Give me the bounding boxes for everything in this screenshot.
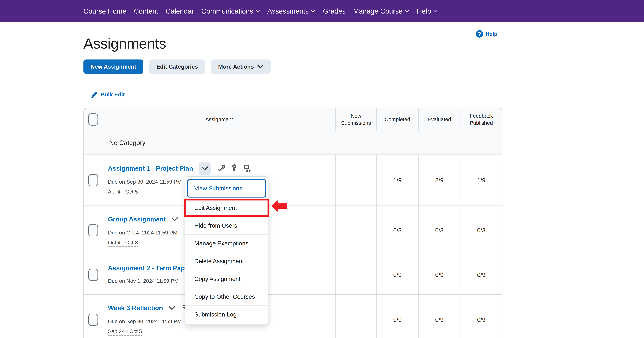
nav-help[interactable]: Help [417, 7, 438, 15]
menu-item-submission-log[interactable]: Submission Log [185, 306, 268, 323]
row-select-cell [84, 294, 103, 338]
nav-label: Assessments [268, 7, 309, 15]
col-header-feedback-published: Feedback Published [460, 108, 502, 130]
completed-value: 0/3 [376, 206, 418, 255]
edit-categories-button[interactable]: Edit Categories [149, 60, 205, 74]
assignment-link[interactable]: Group Assignment [108, 216, 166, 223]
assignments-page: Course Home Content Calendar Communicati… [0, 0, 644, 338]
nav-manage-course[interactable]: Manage Course [353, 7, 409, 15]
help-link[interactable]: ? Help [476, 30, 498, 38]
row-select-cell [84, 255, 103, 294]
row-checkbox[interactable] [88, 174, 98, 186]
nav-label: Manage Course [353, 7, 403, 15]
nav-course-home[interactable]: Course Home [84, 7, 126, 15]
button-label: More Actions [218, 64, 254, 70]
assignment-actions-button[interactable] [168, 306, 175, 310]
evaluated-value: 0/9 [418, 294, 460, 338]
new-submissions-value [335, 206, 376, 255]
nav-label: Content [134, 7, 158, 15]
completed-value: 0/9 [376, 294, 418, 338]
chevron-down-icon [433, 10, 438, 12]
assignment-link[interactable]: Assignment 2 - Term Paper [108, 264, 191, 272]
new-submissions-value [335, 155, 376, 206]
feedback-published-value: 0/9 [460, 294, 502, 338]
pencil-icon [91, 91, 98, 98]
table-row: Assignment 2 - Term Paper Due on Nov 1, … [84, 255, 502, 294]
menu-item-manage-exemptions[interactable]: Manage Exemptions [185, 234, 268, 252]
special-access-key-icon [218, 164, 226, 172]
due-date: Due on Nov 1, 2024 11:59 PM [108, 277, 179, 285]
assignment-actions-button[interactable] [171, 217, 178, 221]
new-submissions-value [335, 294, 376, 338]
category-label: No Category [103, 131, 502, 154]
evaluated-value: 0/3 [418, 206, 460, 255]
assignment-link[interactable]: Assignment 1 - Project Plan [108, 165, 193, 172]
table-header-row: Assignment New Submissions Completed Eva… [84, 108, 502, 131]
menu-item-wrap: View Submissions [185, 177, 268, 199]
annotation-arrow-icon [271, 200, 287, 212]
table-row: Group Assignment Due on Oct 4, 2024 11:5… [84, 206, 502, 255]
chevron-down-icon [405, 10, 409, 12]
row-select-cell [84, 206, 103, 255]
table-row: Week 3 Reflection Due on Sep 30, 2024 11… [84, 294, 502, 338]
assignment-title-line: Group Assignment [108, 212, 193, 226]
select-all-checkbox[interactable] [88, 114, 98, 126]
due-date: Due on Sep 30, 2024 11:59 PM [108, 318, 182, 325]
nav-calendar[interactable]: Calendar [166, 7, 194, 15]
evaluated-value: 8/9 [418, 155, 460, 206]
menu-item-view-submissions[interactable]: View Submissions [187, 179, 266, 198]
nav-label: Course Home [84, 7, 126, 15]
assignment-context-menu: View Submissions Edit Assignment Hide fr… [185, 176, 268, 325]
menu-item-hide-from-users[interactable]: Hide from Users [185, 216, 268, 234]
menu-item-copy-assignment[interactable]: Copy Assignment [185, 270, 268, 288]
chevron-down-icon [202, 166, 208, 170]
more-actions-button[interactable]: More Actions [211, 60, 270, 74]
new-assignment-button[interactable]: New Assignment [84, 60, 143, 74]
assignments-table: Assignment New Submissions Completed Eva… [84, 108, 502, 338]
button-label: Edit Categories [156, 64, 198, 70]
availability-dates[interactable]: Apr 4 - Oct 5 [108, 189, 138, 196]
assignment-actions-button[interactable] [199, 162, 211, 175]
menu-item-edit-assignment[interactable]: Edit Assignment [185, 199, 268, 216]
row-checkbox[interactable] [88, 224, 98, 236]
menu-item-label: Edit Assignment [194, 204, 237, 211]
row-checkbox[interactable] [88, 269, 98, 281]
select-all-cell [84, 108, 103, 130]
nav-grades[interactable]: Grades [323, 7, 346, 15]
assignment-link[interactable]: Week 3 Reflection [108, 304, 163, 312]
new-submissions-value [335, 255, 376, 294]
chevron-down-icon [258, 65, 264, 68]
menu-item-delete-assignment[interactable]: Delete Assignment [185, 252, 268, 270]
due-date: Due on Oct 4, 2024 11:59 PM [108, 229, 177, 236]
availability-dates[interactable]: Oct 4 - Oct 8 [108, 240, 138, 247]
menu-item-copy-to-other-courses[interactable]: Copy to Other Courses [185, 288, 268, 306]
assignment-title-line: Assignment 2 - Term Paper [108, 262, 191, 274]
chevron-down-icon [168, 306, 175, 310]
nav-communications[interactable]: Communications [201, 7, 260, 15]
nav-label: Help [417, 7, 431, 15]
availability-dates[interactable]: Sep 24 - Oct 5 [108, 328, 142, 336]
nav-assessments[interactable]: Assessments [268, 7, 316, 15]
completed-value: 1/9 [376, 155, 418, 206]
nav-label: Communications [201, 7, 253, 15]
assignment-title-line: Week 3 Reflection [108, 301, 190, 315]
question-mark-icon: ? [476, 30, 483, 38]
page-title: Assignments [84, 35, 166, 52]
row-select-cell [84, 155, 103, 206]
evaluated-value: 0/9 [418, 255, 460, 294]
nav-content[interactable]: Content [134, 7, 158, 15]
feedback-published-value: 0/3 [460, 206, 502, 255]
col-header-completed: Completed [376, 108, 418, 130]
completed-value: 0/9 [376, 255, 418, 294]
nav-label: Grades [323, 7, 346, 15]
col-header-assignment: Assignment [103, 108, 335, 130]
bulk-edit-label: Bulk Edit [101, 92, 125, 98]
nav-label: Calendar [166, 7, 194, 15]
col-header-evaluated: Evaluated [418, 108, 460, 130]
row-checkbox[interactable] [88, 314, 98, 326]
toolbar: New Assignment Edit Categories More Acti… [84, 60, 270, 74]
feedback-published-value: 1/9 [460, 155, 502, 206]
bulk-edit-link[interactable]: Bulk Edit [91, 91, 125, 98]
due-date: Due on Sep 30, 2024 11:59 PM [108, 178, 182, 186]
category-empty-cell [84, 131, 103, 154]
